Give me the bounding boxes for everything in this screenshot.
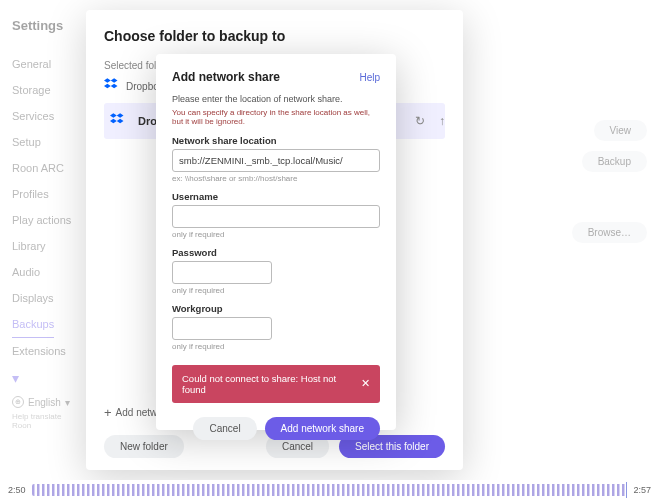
location-input[interactable] xyxy=(172,149,380,172)
location-label: Network share location xyxy=(172,135,380,146)
time-end: 2:57 xyxy=(633,485,651,495)
username-label: Username xyxy=(172,191,380,202)
help-link[interactable]: Help xyxy=(359,72,380,83)
waveform[interactable] xyxy=(32,484,628,496)
workgroup-hint: only if required xyxy=(172,342,380,351)
dialog2-title: Add network share xyxy=(172,70,280,84)
add-network-share-button[interactable]: Add network share xyxy=(265,417,380,440)
workgroup-label: Workgroup xyxy=(172,303,380,314)
password-input[interactable] xyxy=(172,261,272,284)
add-network-share-dialog: Add network share Help Please enter the … xyxy=(156,54,396,430)
close-icon[interactable]: ✕ xyxy=(361,377,370,390)
refresh-icon[interactable]: ↻ xyxy=(415,114,425,128)
error-banner: Could not connect to share: Host not fou… xyxy=(172,365,380,403)
dialog2-desc: Please enter the location of network sha… xyxy=(172,94,380,106)
add-network-share-link[interactable]: + Add netw xyxy=(104,405,157,420)
password-hint: only if required xyxy=(172,286,380,295)
plus-icon: + xyxy=(104,405,112,420)
dropbox-icon xyxy=(110,112,128,130)
username-hint: only if required xyxy=(172,230,380,239)
up-icon[interactable]: ↑ xyxy=(439,114,445,128)
location-hint: ex: \\host\share or smb://host/share xyxy=(172,174,380,183)
dropbox-icon xyxy=(104,77,122,95)
dialog2-warning: You can specify a directory in the share… xyxy=(172,108,380,127)
error-text: Could not connect to share: Host not fou… xyxy=(182,373,361,395)
audio-playback-bar[interactable]: 2:50 2:57 xyxy=(0,480,659,500)
dialog-title: Choose folder to backup to xyxy=(104,28,445,44)
cancel-button[interactable]: Cancel xyxy=(193,417,256,440)
time-start: 2:50 xyxy=(8,485,26,495)
workgroup-input[interactable] xyxy=(172,317,272,340)
username-input[interactable] xyxy=(172,205,380,228)
password-label: Password xyxy=(172,247,380,258)
playhead[interactable] xyxy=(626,482,627,498)
